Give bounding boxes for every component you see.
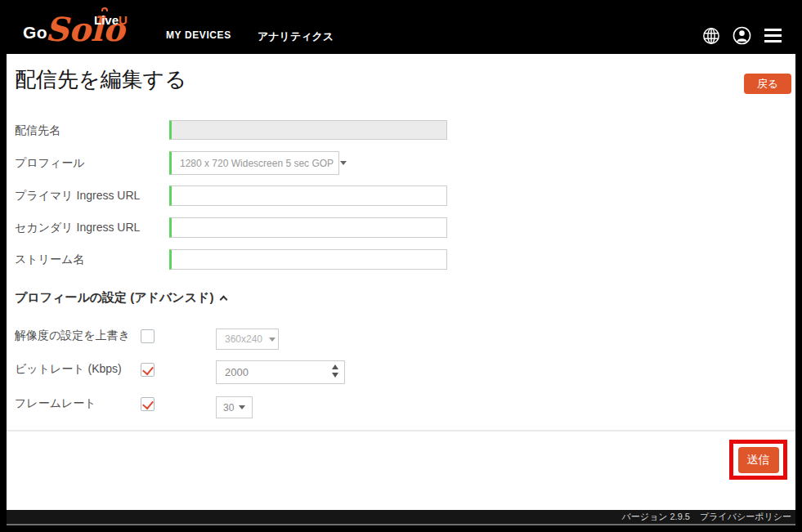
primary-url-label: プライマリ Ingress URL <box>15 189 140 203</box>
footer-divider-line <box>7 524 795 525</box>
bitrate-input-wrap <box>216 360 345 384</box>
caret-down-icon <box>340 161 347 165</box>
number-stepper[interactable] <box>332 364 338 378</box>
profile-label: プロフィール <box>15 156 85 171</box>
user-account-icon[interactable] <box>733 26 751 45</box>
advanced-settings-section-toggle[interactable]: プロフィールの設定 (アドバンスド) <box>15 290 226 306</box>
header-icons <box>701 26 782 45</box>
resolution-selected-value: 360x240 <box>225 333 262 345</box>
globe-icon[interactable] <box>701 26 720 45</box>
logo-go-text: Go <box>23 23 47 42</box>
stream-name-label: ストリーム名 <box>15 253 84 267</box>
bitrate-input[interactable] <box>217 361 344 383</box>
top-navigation-bar: Go Solo LiveU MY DEVICES アナリティクス <box>0 0 802 54</box>
primary-url-input[interactable] <box>169 186 447 206</box>
nav-analytics[interactable]: アナリティクス <box>258 29 334 44</box>
chevron-up-icon <box>220 296 228 304</box>
logo-live: Live <box>94 13 119 27</box>
secondary-url-input[interactable] <box>169 217 447 238</box>
destination-name-label: 配信先名 <box>15 123 60 138</box>
back-button[interactable]: 戻る <box>744 74 791 94</box>
advanced-settings-title: プロフィールの設定 (アドバンスド) <box>15 290 213 306</box>
destination-name-input[interactable] <box>169 120 447 140</box>
resolution-override-label: 解像度の設定を上書き <box>15 329 130 343</box>
profile-select[interactable]: 1280 x 720 Widescreen 5 sec GOP <box>169 151 339 175</box>
version-text: バージョン 2.9.5 <box>621 511 690 523</box>
profile-selected-value: 1280 x 720 Widescreen 5 sec GOP <box>180 158 334 169</box>
footer-bar: バージョン 2.9.5 プライバシーポリシー <box>7 510 795 524</box>
logo-u: U <box>119 13 128 27</box>
framerate-label: フレームレート <box>15 396 96 411</box>
bitrate-checkbox[interactable] <box>141 363 155 377</box>
app-window: Go Solo LiveU MY DEVICES アナリティクス <box>0 0 802 532</box>
caret-down-icon <box>269 338 276 342</box>
stepper-down-icon[interactable] <box>332 373 338 378</box>
framerate-selected-value: 30 <box>223 402 234 414</box>
nav-my-devices[interactable]: MY DEVICES <box>166 29 231 41</box>
page-title: 配信先を編集する <box>15 65 186 94</box>
logo-liveu-text: LiveU <box>94 13 128 27</box>
submit-highlight-box: 送信 <box>729 440 787 480</box>
section-divider <box>7 430 795 431</box>
resolution-select[interactable]: 360x240 <box>216 329 279 350</box>
stepper-up-icon[interactable] <box>332 364 338 369</box>
framerate-checkbox[interactable] <box>141 397 155 411</box>
antenna-icon <box>101 7 108 11</box>
submit-button[interactable]: 送信 <box>738 447 779 473</box>
gosolo-liveu-logo[interactable]: Go Solo LiveU <box>20 3 143 51</box>
caret-down-icon <box>239 405 245 409</box>
hamburger-menu-icon[interactable] <box>764 26 782 45</box>
stream-name-input[interactable] <box>169 249 447 270</box>
bitrate-label: ビットレート (Kbps) <box>15 362 122 377</box>
secondary-url-label: セカンダリ Ingress URL <box>15 221 140 235</box>
resolution-override-checkbox[interactable] <box>141 329 155 343</box>
framerate-select[interactable]: 30 <box>216 396 253 418</box>
privacy-policy-link[interactable]: プライバシーポリシー <box>700 511 791 523</box>
main-content: 配信先を編集する 戻る 配信先名 プロフィール 1280 x 720 Wides… <box>7 54 795 510</box>
